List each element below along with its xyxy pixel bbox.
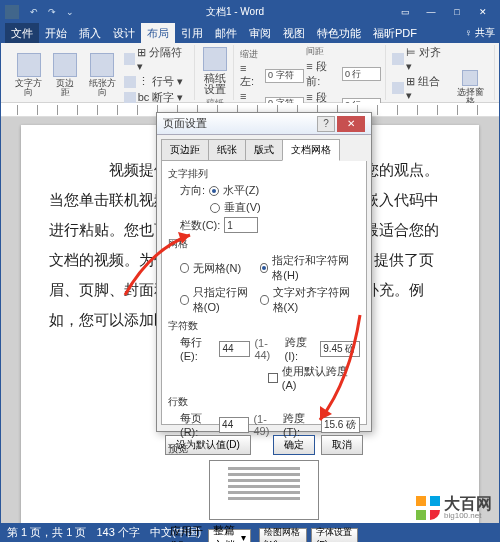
watermark: 大百网big100.net — [416, 496, 492, 520]
apply-to-label: 应用于(Y): — [170, 524, 204, 542]
chars-per-line-input[interactable]: 44 — [219, 341, 250, 357]
dialog-tab-paper[interactable]: 纸张 — [208, 139, 246, 161]
watermark-url: big100.net — [444, 512, 492, 520]
titlebar: ↶ ↷ ⌄ 文档1 - Word ▭ — □ ✕ — [1, 1, 499, 23]
direction-horizontal-radio[interactable] — [209, 186, 219, 196]
tab-mailings[interactable]: 邮件 — [209, 23, 243, 43]
tab-features[interactable]: 特色功能 — [311, 23, 367, 43]
tab-layout[interactable]: 布局 — [141, 23, 175, 43]
direction-vertical-radio[interactable] — [210, 203, 220, 213]
lines-label: 行数 — [168, 395, 360, 409]
ribbon-tabs: 文件 开始 插入 设计 布局 引用 邮件 审阅 视图 特色功能 福昕PDF ♀ … — [1, 23, 499, 43]
lines-per-page-label: 每页(R): — [180, 411, 215, 438]
minimize-button[interactable]: — — [419, 3, 443, 21]
window-title: 文档1 - Word — [77, 5, 393, 19]
qat-more-icon[interactable]: ⌄ — [63, 5, 77, 19]
word-icon — [5, 5, 19, 19]
use-default-pitch-checkbox[interactable] — [268, 373, 278, 383]
grid-label: 网格 — [168, 237, 360, 251]
ribbon: 文字方向 页边距 纸张方向 ⊞ 分隔符 ▾ ⋮ 行号 ▾ bc 断字 ▾ 页面设… — [1, 43, 499, 103]
manuscript-button[interactable]: 稿纸设置 — [201, 45, 229, 97]
watermark-logo-icon — [416, 496, 440, 520]
columns-label: 栏数(C): — [180, 218, 220, 233]
grid-line-only-radio[interactable] — [180, 295, 189, 305]
page-setup-dialog: 页面设置 ? ✕ 页边距 纸张 版式 文档网格 文字排列 方向: 水平(Z) 垂… — [156, 112, 372, 432]
dialog-close-button[interactable]: ✕ — [337, 116, 365, 132]
align-button[interactable]: ⊨ 对齐 ▾ — [392, 45, 449, 73]
space-before-input[interactable]: 0 行 — [342, 67, 381, 81]
chars-per-line-label: 每行(E): — [180, 335, 215, 362]
selection-pane-button[interactable]: 选择窗格 — [451, 68, 490, 108]
grid-char-align-radio[interactable] — [260, 295, 269, 305]
space-before-label: ≡ 段前: — [306, 59, 340, 89]
dialog-title: 页面设置 — [163, 116, 317, 131]
tab-foxitpdf[interactable]: 福昕PDF — [367, 23, 423, 43]
margins-button[interactable]: 页边距 — [50, 51, 80, 99]
watermark-name: 大百网 — [444, 496, 492, 512]
status-page[interactable]: 第 1 页，共 1 页 — [7, 525, 86, 540]
close-button[interactable]: ✕ — [471, 3, 495, 21]
tab-file[interactable]: 文件 — [5, 23, 39, 43]
orientation-button[interactable]: 纸张方向 — [82, 51, 121, 99]
char-pitch-input[interactable]: 9.45 磅 — [320, 341, 360, 357]
status-words[interactable]: 143 个字 — [96, 525, 139, 540]
tab-references[interactable]: 引用 — [175, 23, 209, 43]
maximize-button[interactable]: □ — [445, 3, 469, 21]
line-numbers-button[interactable]: ⋮ 行号 ▾ — [124, 74, 190, 89]
group-button[interactable]: ⊞ 组合 ▾ — [392, 74, 449, 102]
spacing-header: 间距 — [306, 45, 381, 58]
dialog-tab-margins[interactable]: 页边距 — [161, 139, 209, 161]
dialog-tab-layout[interactable]: 版式 — [245, 139, 283, 161]
breaks-button[interactable]: ⊞ 分隔符 ▾ — [124, 45, 190, 73]
line-pitch-input[interactable]: 15.6 磅 — [321, 417, 360, 433]
dialog-help-button[interactable]: ? — [317, 116, 335, 132]
draw-grid-button[interactable]: 绘图网格(W)... — [259, 528, 308, 543]
tab-insert[interactable]: 插入 — [73, 23, 107, 43]
text-arrangement-label: 文字排列 — [168, 167, 360, 181]
indent-header: 缩进 — [240, 48, 304, 61]
quick-access-toolbar: ↶ ↷ ⌄ — [27, 5, 77, 19]
grid-line-char-radio[interactable] — [260, 263, 269, 273]
indent-left-input[interactable]: 0 字符 — [265, 69, 304, 83]
preview-box — [209, 460, 319, 520]
line-pitch-label: 跨度(T): — [283, 411, 317, 438]
tab-design[interactable]: 设计 — [107, 23, 141, 43]
tab-view[interactable]: 视图 — [277, 23, 311, 43]
share-button[interactable]: ♀ 共享 — [465, 26, 495, 40]
char-pitch-label: 跨度(I): — [285, 335, 317, 362]
ribbon-options-icon[interactable]: ▭ — [393, 3, 417, 21]
dialog-tab-grid[interactable]: 文档网格 — [282, 139, 340, 161]
qat-undo-icon[interactable]: ↶ — [27, 5, 41, 19]
preview-label: 预览 — [168, 442, 360, 456]
font-settings-button[interactable]: 字体设置(F)... — [311, 528, 358, 543]
direction-label: 方向: — [180, 183, 205, 198]
qat-redo-icon[interactable]: ↷ — [45, 5, 59, 19]
tab-home[interactable]: 开始 — [39, 23, 73, 43]
columns-input[interactable]: 1 — [224, 217, 258, 233]
indent-left-label: ≡ 左: — [240, 62, 263, 89]
apply-to-select[interactable]: 整篇文档 ▾ — [208, 529, 251, 543]
tab-review[interactable]: 审阅 — [243, 23, 277, 43]
text-direction-button[interactable]: 文字方向 — [9, 51, 48, 99]
grid-none-radio[interactable] — [180, 263, 189, 273]
lines-per-page-input[interactable]: 44 — [219, 417, 249, 433]
chars-label: 字符数 — [168, 319, 360, 333]
